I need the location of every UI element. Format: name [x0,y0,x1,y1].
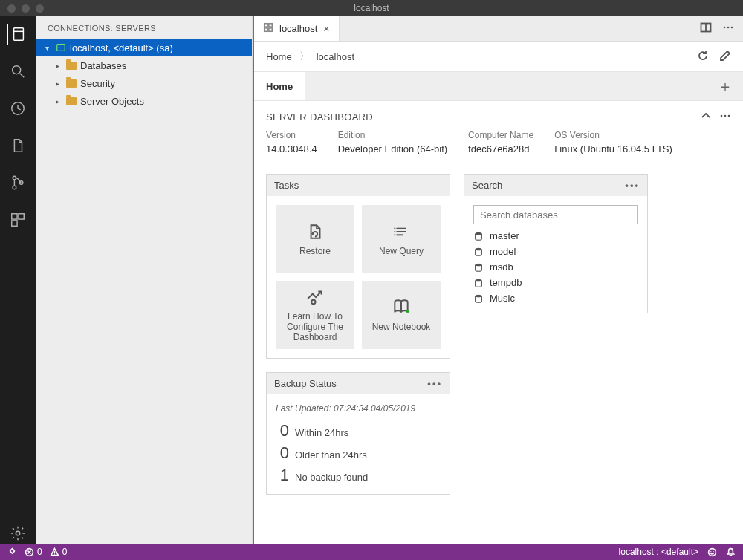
chevron-right-icon[interactable]: ▸ [52,97,62,105]
database-item[interactable]: msdb [473,261,638,273]
backup-row: 0 Older than 24hrs [276,443,441,463]
editor-tab-bar: localhost × [254,16,743,42]
prop-computer: Computer Name fdec67e6a28d [468,130,533,154]
server-icon [55,42,67,53]
breadcrumb-home[interactable]: Home [266,51,292,62]
close-tab-icon[interactable]: × [323,23,329,35]
prop-value: Developer Edition (64-bit) [338,143,447,154]
database-name: tempdb [490,277,522,288]
svg-rect-9 [19,214,24,219]
task-learn-configure[interactable]: Learn How To Configure The Dashboard [276,281,354,349]
activity-search-icon[interactable] [7,61,28,82]
more-icon[interactable] [719,110,731,124]
activity-source-control-icon[interactable] [7,172,28,193]
editor-tab-localhost[interactable]: localhost × [254,16,340,41]
svg-point-46 [710,551,711,552]
svg-point-2 [13,66,21,74]
activity-extensions-icon[interactable] [7,209,28,230]
server-dashboard: SERVER DASHBOARD Version 14.0.3048.4 Edi… [254,101,743,544]
status-warnings[interactable]: 0 [50,547,68,557]
new-query-icon [392,222,411,241]
activity-history-icon[interactable] [7,98,28,119]
activity-bar [0,16,36,544]
database-list: master model msdb [473,230,638,304]
chevron-right-icon[interactable]: ▸ [52,62,62,70]
prop-key: OS Version [554,130,672,140]
refresh-icon[interactable] [697,50,709,64]
tree-server-node[interactable]: ▾ localhost, <default> (sa) [36,39,252,56]
server-tree: ▾ localhost, <default> (sa) ▸ Databases … [36,39,252,110]
notebook-icon [392,298,411,317]
subtab-label: Home [266,81,293,92]
task-label: New Notebook [372,322,431,332]
breadcrumb-current: localhost [317,51,354,62]
activity-explorer-icon[interactable] [7,135,28,156]
task-new-notebook[interactable]: New Notebook [362,281,441,349]
widget-more-icon[interactable]: ••• [625,180,640,191]
svg-point-29 [394,228,395,229]
svg-rect-15 [269,24,272,27]
database-item[interactable]: master [473,230,638,241]
configure-icon [305,287,325,307]
editor-tab-label: localhost [279,23,317,34]
dashboard-tab-icon [263,22,273,35]
svg-point-11 [16,531,20,535]
folder-icon [65,59,77,71]
widget-more-icon[interactable]: ••• [427,378,442,389]
dashboard-subtabs: Home ＋ [254,71,743,101]
status-notifications-icon[interactable] [726,547,736,557]
database-item[interactable]: model [473,246,638,257]
activity-connections-icon[interactable] [7,24,27,45]
more-actions-icon[interactable] [722,22,734,36]
svg-rect-8 [12,214,17,219]
svg-point-22 [731,27,733,29]
subtab-home[interactable]: Home [254,72,305,100]
backup-status-widget: Backup Status ••• Last Updated: 07:24:34… [266,372,450,495]
chevron-right-icon: 〉 [299,50,309,63]
prop-version: Version 14.0.3048.4 [266,130,317,154]
svg-point-20 [724,27,726,29]
split-editor-icon[interactable] [700,22,712,36]
backup-row: 0 Within 24hrs [276,421,441,440]
backup-last-updated: Last Updated: 07:24:34 04/05/2019 [276,403,441,414]
activity-settings-icon[interactable] [7,523,28,544]
status-errors[interactable]: 0 [25,547,42,557]
prop-key: Version [266,130,317,140]
svg-point-38 [476,279,482,281]
svg-rect-0 [14,28,24,41]
status-connection[interactable]: localhost : <default> [619,547,698,557]
database-item[interactable]: Music [473,293,638,304]
svg-rect-17 [269,28,272,31]
folder-icon [65,77,77,89]
backup-row: 1 No backup found [276,466,441,485]
database-name: model [490,246,516,257]
database-name: master [490,230,519,241]
svg-rect-12 [57,45,65,51]
connections-sidebar: CONNECTIONS: SERVERS ▾ localhost, <defau… [36,16,253,544]
prop-os: OS Version Linux (Ubuntu 16.04.5 LTS) [554,130,672,154]
prop-value: Linux (Ubuntu 16.04.5 LTS) [554,143,672,154]
status-warning-count: 0 [62,547,68,557]
prop-value: 14.0.3048.4 [266,143,317,154]
tree-folder-databases[interactable]: ▸ Databases [36,56,252,74]
add-tab-button[interactable]: ＋ [707,72,743,100]
database-item[interactable]: tempdb [473,277,638,288]
chevron-down-icon[interactable]: ▾ [42,44,52,52]
svg-point-5 [13,176,16,180]
dashboard-title: SERVER DASHBOARD [266,111,373,123]
dashboard-properties: Version 14.0.3048.4 Edition Developer Ed… [266,130,731,154]
svg-point-24 [724,115,727,117]
search-databases-input[interactable] [473,205,638,224]
collapse-icon[interactable] [700,110,712,124]
task-restore[interactable]: Restore [276,205,354,273]
tree-folder-server-objects[interactable]: ▸ Server Objects [36,92,252,110]
chevron-right-icon[interactable]: ▸ [52,79,62,88]
folder-icon [65,95,77,107]
status-remote-icon[interactable] [7,547,17,557]
sidebar-header: CONNECTIONS: SERVERS [36,16,252,39]
svg-point-25 [728,115,730,117]
status-feedback-icon[interactable] [707,547,717,557]
task-new-query[interactable]: New Query [362,205,441,273]
tree-folder-security[interactable]: ▸ Security [36,74,252,92]
edit-icon[interactable] [719,50,731,64]
